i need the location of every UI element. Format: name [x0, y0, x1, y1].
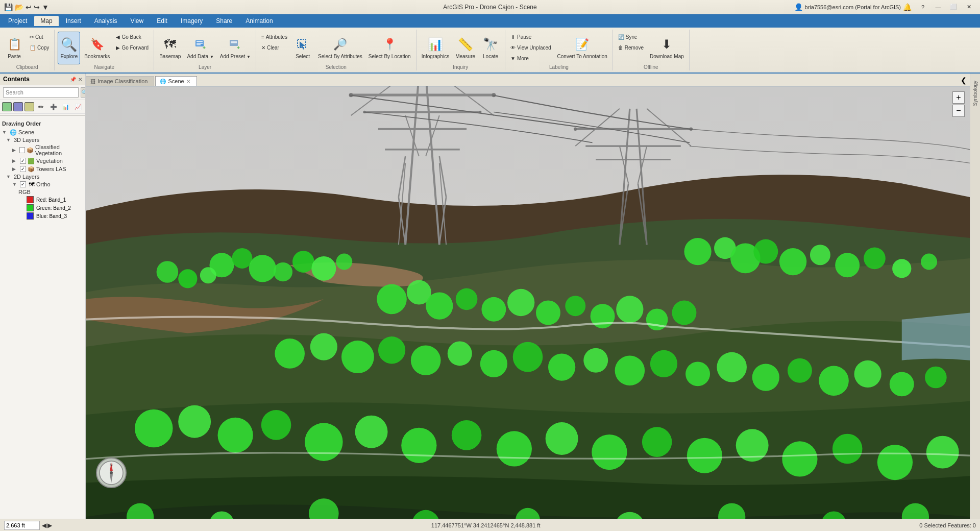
notification-icon[interactable]: 🔔: [903, 3, 912, 11]
layer-tool-plus-box[interactable]: ➕: [48, 102, 59, 112]
scale-nav-left-icon[interactable]: ◀: [42, 522, 46, 529]
layer-tool-bar[interactable]: 📈: [72, 102, 83, 112]
tab-analysis[interactable]: Analysis: [88, 16, 124, 26]
scene-item[interactable]: ▼ 🌐 Scene: [0, 128, 85, 136]
tab-insert[interactable]: Insert: [60, 16, 87, 26]
image-classification-tab[interactable]: 🖼 Image Classification: [86, 76, 154, 86]
maximize-button[interactable]: ⬜: [946, 2, 961, 13]
tab-imagery[interactable]: Imagery: [175, 16, 209, 26]
layer-tool-tin[interactable]: [24, 102, 34, 111]
sidebar-title: Contents: [3, 76, 30, 83]
attributes-label: Attributes: [266, 34, 287, 40]
more-button[interactable]: ▼ More: [508, 53, 553, 63]
zoom-in-button[interactable]: +: [952, 91, 965, 104]
vegetation-item[interactable]: ▶ ✓ 🟩 Vegetation: [0, 157, 85, 165]
vegetation-expand-icon[interactable]: ▶: [12, 158, 18, 163]
map-canvas[interactable]: N + −: [86, 86, 970, 519]
tab-project[interactable]: Project: [2, 16, 33, 26]
paste-icon: 📋: [6, 36, 22, 53]
view-unplaced-button[interactable]: 👁 View Unplaced: [508, 42, 553, 53]
open-icon[interactable]: 📂: [15, 3, 23, 11]
tab-animation[interactable]: Animation: [239, 16, 279, 26]
add-preset-button[interactable]: + Add Preset ▼: [218, 32, 253, 64]
explore-button[interactable]: 🔍 Explore: [58, 32, 80, 64]
compass-widget[interactable]: N: [96, 457, 127, 488]
scale-nav-right-icon[interactable]: ▶: [47, 522, 52, 529]
classified-vegetation-item[interactable]: ▶ 📦 Classified Vegetation: [0, 143, 85, 157]
scene-tab-close-icon[interactable]: ✕: [186, 79, 190, 84]
towers-expand-icon[interactable]: ▶: [12, 166, 18, 172]
save-icon[interactable]: 💾: [4, 3, 13, 11]
infographics-label: Infographics: [422, 54, 449, 60]
layer-tool-raster[interactable]: [2, 102, 12, 111]
sync-button[interactable]: 🔄 Sync: [616, 32, 646, 42]
towers-checkbox[interactable]: ✓: [20, 166, 26, 172]
cut-icon: ✂: [30, 34, 34, 40]
measure-button[interactable]: 📏 Measure: [453, 32, 477, 64]
sidebar-close-button[interactable]: ✕: [78, 77, 82, 82]
ortho-checkbox[interactable]: ✓: [20, 181, 26, 187]
search-button[interactable]: 🔍: [81, 87, 86, 98]
selection-group-label: Selection: [326, 64, 347, 71]
layer-tool-chart[interactable]: 📊: [60, 102, 71, 112]
search-input[interactable]: [3, 87, 79, 98]
help-button[interactable]: ?: [916, 2, 930, 13]
close-button[interactable]: ✕: [962, 2, 976, 13]
ortho-expand-icon[interactable]: ▼: [12, 182, 18, 187]
go-back-button[interactable]: ◀ Go Back: [114, 32, 151, 42]
copy-button[interactable]: 📋 Copy: [28, 42, 51, 53]
bookmarks-button[interactable]: 🔖 Bookmarks: [82, 32, 112, 64]
add-data-button[interactable]: + Add Data ▼: [185, 32, 215, 64]
add-data-label: Add Data ▼: [187, 54, 213, 60]
sidebar-pin-button[interactable]: 📌: [70, 77, 76, 82]
tab-edit[interactable]: Edit: [151, 16, 174, 26]
redo-icon[interactable]: ↪: [34, 3, 40, 11]
select-button[interactable]: Select: [291, 32, 314, 64]
classified-veg-expand-icon[interactable]: ▶: [12, 148, 18, 153]
towers-las-item[interactable]: ▶ ✓ 📦 Towers LAS: [0, 165, 85, 173]
zoom-out-button[interactable]: −: [952, 105, 965, 117]
pause-button[interactable]: ⏸ Pause: [508, 32, 553, 42]
select-by-attributes-button[interactable]: 🔎 Select By Attributes: [316, 32, 364, 64]
tab-share[interactable]: Share: [210, 16, 238, 26]
layer-tool-pencil[interactable]: ✏: [36, 102, 46, 112]
vegetation-icon: 🟩: [28, 157, 35, 164]
svg-point-81: [411, 345, 441, 375]
download-map-button[interactable]: ⬇ Download Map: [648, 32, 686, 64]
2d-layers-expand-icon[interactable]: ▼: [6, 174, 12, 179]
paste-button[interactable]: 📋 Paste: [3, 32, 26, 64]
scene-tab[interactable]: 🌐 Scene ✕: [155, 76, 197, 86]
basemap-button[interactable]: 🗺 Basemap: [157, 32, 183, 64]
go-forward-button[interactable]: ▶ Go Forward: [114, 42, 151, 53]
select-by-location-button[interactable]: 📍 Select By Location: [366, 32, 413, 64]
undo-icon[interactable]: ↩: [26, 3, 32, 11]
attributes-button[interactable]: ≡ Attributes: [259, 32, 289, 42]
layer-tool-feature[interactable]: [13, 102, 23, 111]
more-icon: ▼: [510, 56, 516, 61]
svg-point-102: [355, 416, 388, 448]
clipboard-group-label: Clipboard: [16, 64, 38, 71]
scale-input[interactable]: [4, 521, 40, 530]
convert-to-annotation-button[interactable]: 📝 Convert To Annotation: [555, 32, 609, 64]
vegetation-checkbox[interactable]: ✓: [20, 158, 26, 164]
locate-button[interactable]: 🔭 Locate: [479, 32, 502, 64]
clear-button[interactable]: ✕ Clear: [259, 42, 289, 53]
tab-view[interactable]: View: [124, 16, 150, 26]
3d-layers-expand-icon[interactable]: ▼: [6, 137, 12, 142]
quick-access-more-icon[interactable]: ▼: [42, 3, 49, 11]
minimize-button[interactable]: —: [931, 2, 945, 13]
tab-scroll-button[interactable]: ❮: [958, 75, 970, 86]
3d-layers-item[interactable]: ▼ 3D Layers: [0, 136, 85, 143]
2d-layers-item[interactable]: ▼ 2D Layers: [0, 173, 85, 180]
scene-expand-icon[interactable]: ▼: [2, 130, 8, 135]
tab-map[interactable]: Map: [34, 16, 58, 26]
classified-veg-checkbox[interactable]: [19, 147, 25, 153]
map-area: 🖼 Image Classification 🌐 Scene ✕ ❮: [86, 74, 970, 519]
ortho-item[interactable]: ▼ ✓ 🗺 Ortho: [0, 180, 85, 188]
more-label: More: [517, 56, 529, 61]
infographics-button[interactable]: 📊 Infographics: [420, 32, 451, 64]
cut-button[interactable]: ✂ Cut: [28, 32, 51, 42]
select-by-attributes-label: Select By Attributes: [318, 54, 362, 60]
remove-button[interactable]: 🗑 Remove: [616, 42, 646, 53]
svg-point-49: [292, 251, 314, 273]
